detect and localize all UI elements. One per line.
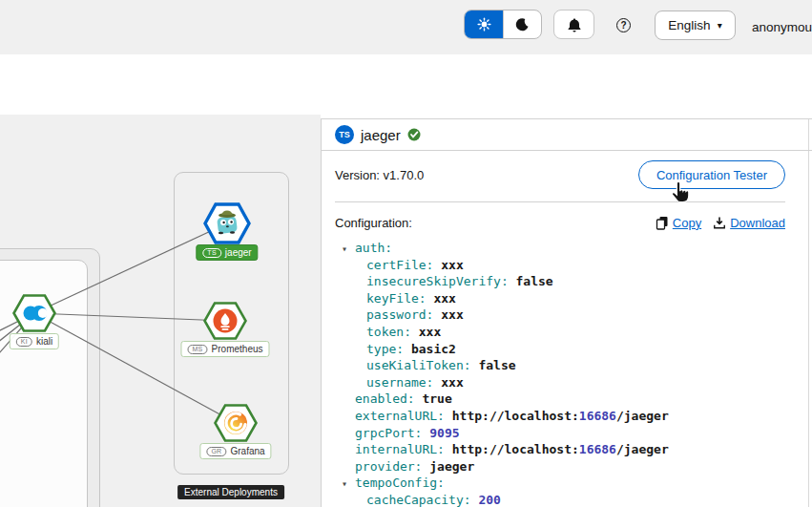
- yaml-line: ▾tempoConfig:: [322, 475, 806, 492]
- yaml-line: password: xxx: [322, 306, 806, 324]
- collapse-caret-icon[interactable]: ▾: [342, 475, 355, 493]
- kiali-logo-icon: [24, 306, 48, 321]
- panel-header: TS jaeger: [322, 119, 812, 151]
- trace-service-badge: TS: [335, 125, 354, 144]
- yaml-line: useKialiToken: false: [322, 357, 806, 374]
- download-icon: [713, 216, 726, 230]
- version-label: Version: v1.70.0: [335, 168, 424, 182]
- dark-theme-button[interactable]: [503, 11, 541, 38]
- yaml-line: ▾auth:: [322, 240, 806, 257]
- yaml-line: externalURL: http://localhost:16686/jaeg…: [322, 408, 806, 425]
- panel-title: jaeger: [361, 127, 401, 143]
- light-theme-button[interactable]: [465, 11, 503, 38]
- yaml-line: username: xxx: [322, 374, 806, 391]
- version-row: Version: v1.70.0 Configuration Tester: [335, 158, 785, 192]
- node-label-jaeger[interactable]: TS jaeger: [196, 244, 258, 261]
- yaml-line: enabled: true: [322, 391, 806, 408]
- panel-scrollbar[interactable]: [808, 119, 809, 507]
- yaml-line: keyFile: xxx: [322, 290, 806, 307]
- yaml-line: internalURL: http://localhost:16686/jaeg…: [322, 441, 806, 458]
- node-label-text: kiali: [36, 336, 52, 347]
- download-label: Download: [730, 216, 785, 230]
- trace-badge: TS: [202, 248, 221, 258]
- mouse-cursor: [670, 181, 691, 206]
- graph-edge[interactable]: [34, 313, 225, 321]
- health-check-icon: [407, 128, 421, 141]
- yaml-line: token: xxx: [322, 324, 806, 341]
- yaml-line: insecureSkipVerify: false: [322, 273, 806, 290]
- graph-toolbar: ? Help ↺ Reset Last 1m ▾ Pause ▾ ↻: [0, 54, 812, 115]
- divider: [335, 201, 785, 202]
- configuration-tester-button[interactable]: Configuration Tester: [638, 160, 785, 189]
- metric-store-badge: MS: [187, 345, 207, 354]
- yaml-line: grpcPort: 9095: [322, 425, 806, 442]
- notifications-button[interactable]: [553, 10, 594, 39]
- node-grafana[interactable]: [214, 404, 258, 442]
- grafana-badge: GR: [206, 447, 226, 456]
- language-select[interactable]: English ▾: [655, 11, 736, 40]
- sun-icon: [477, 17, 491, 32]
- copy-link[interactable]: Copy: [656, 216, 701, 230]
- yaml-code: ▾auth:certFile: xxxinsecureSkipVerify: f…: [322, 240, 806, 507]
- yaml-line: type: basic2: [322, 341, 806, 358]
- yaml-line: cacheCapacity: 200: [322, 492, 806, 507]
- configuration-label: Configuration:: [335, 216, 412, 230]
- external-deployments-label: External Deployments: [177, 485, 284, 499]
- bell-icon: [567, 17, 582, 32]
- graph-edge[interactable]: [34, 223, 227, 313]
- masthead-help-icon[interactable]: ?: [616, 18, 631, 32]
- node-kiali[interactable]: [12, 294, 56, 332]
- theme-toggle-group: [464, 10, 542, 39]
- username-label: anonymous: [752, 20, 812, 34]
- node-label-kiali[interactable]: KI kiali: [10, 333, 59, 349]
- node-label-text: jaeger: [225, 247, 252, 258]
- summary-panel: TS jaeger Version: v1.70.0 Configuration…: [321, 118, 812, 507]
- node-prometheus[interactable]: [203, 302, 247, 340]
- grafana-logo-icon: [224, 412, 247, 434]
- node-label-grafana[interactable]: GR Grafana: [199, 443, 271, 459]
- kiali-badge: KI: [16, 337, 32, 347]
- download-link[interactable]: Download: [713, 216, 785, 230]
- node-label-prometheus[interactable]: MS Prometheus: [180, 341, 269, 357]
- language-label: English: [668, 18, 710, 32]
- masthead: ? English ▾ anonymous: [0, 0, 812, 54]
- configuration-row: Configuration: Copy Downlo: [335, 212, 785, 233]
- chevron-down-icon: ▾: [718, 20, 722, 31]
- copy-icon: [656, 216, 669, 230]
- moon-icon: [515, 17, 530, 32]
- graph-canvas[interactable]: TS jaeger MS Prometheus: [0, 115, 321, 507]
- yaml-line: provider: jaeger: [322, 458, 806, 475]
- jaeger-logo-icon: [217, 211, 238, 235]
- yaml-line: certFile: xxx: [322, 257, 806, 274]
- node-label-text: Grafana: [230, 446, 264, 456]
- copy-label: Copy: [673, 216, 701, 230]
- node-jaeger[interactable]: [203, 202, 251, 244]
- collapse-caret-icon[interactable]: ▾: [342, 241, 355, 258]
- node-label-text: Prometheus: [212, 344, 263, 354]
- prometheus-logo-icon: [214, 309, 238, 333]
